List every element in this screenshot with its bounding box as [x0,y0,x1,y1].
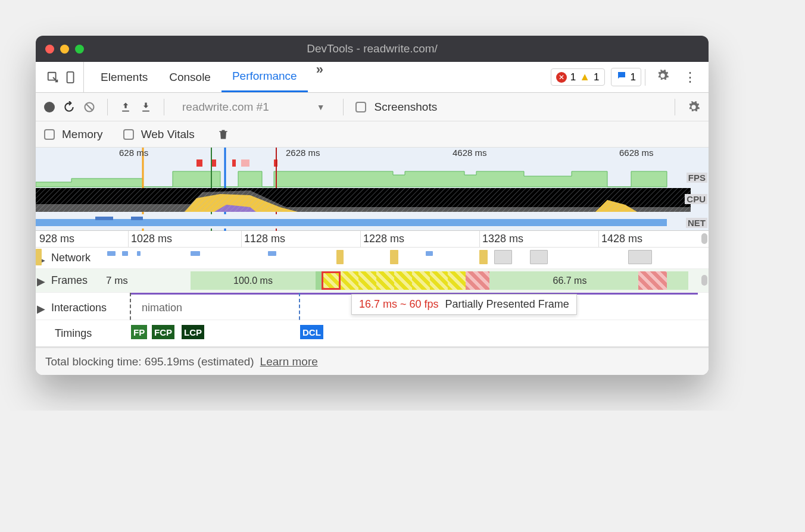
main-tabbar: Elements Console Performance » ✕ 1 ▲ 1 1 [36,62,709,93]
webvitals-label: Web Vitals [141,128,195,141]
frame-block[interactable] [466,271,489,290]
blocking-time-text: Total blocking time: 695.19ms (estimated… [45,355,254,368]
timing-fcp[interactable]: FCP [152,325,174,339]
traffic-lights [45,45,84,54]
perf-toolbar-2: Memory Web Vitals [36,121,709,148]
frame-block[interactable] [667,271,688,290]
memory-label: Memory [62,128,103,141]
frame-block[interactable]: 66.7 ms [525,271,614,290]
ruler-tick: 1028 ms [131,233,172,245]
error-count: 1 [570,71,576,83]
frame-tooltip: 16.7 ms ~ 60 fps Partially Presented Fra… [351,294,577,315]
svg-rect-17 [36,219,667,226]
chevron-down-icon: ▼ [317,102,325,112]
profile-selector-label: readwrite.com #1 [182,101,269,114]
frame-block[interactable] [614,271,638,290]
scrollbar-thumb[interactable] [701,275,707,286]
svg-rect-18 [95,217,113,220]
svg-rect-15 [36,188,691,212]
animation-label-fragment: nimation [142,302,182,314]
minimize-icon[interactable] [60,45,69,54]
svg-rect-7 [241,159,249,167]
ruler-tick: 1428 ms [601,233,642,245]
ruler-tick: 1228 ms [363,233,404,245]
overview-tick: 628 ms [119,148,148,158]
timings-track-label: Timings [55,327,92,340]
profile-selector[interactable]: readwrite.com #1 ▼ [176,101,331,114]
message-count: 1 [631,71,636,83]
ruler-tick: 1328 ms [482,233,523,245]
reload-button[interactable] [63,101,75,113]
garbage-collect-button[interactable] [217,128,229,141]
ruler-tick: 1128 ms [244,233,285,245]
tab-elements[interactable]: Elements [90,62,158,92]
frame-block[interactable] [341,271,358,290]
overview-minimap[interactable]: 628 ms 2628 ms 4628 ms 6628 ms FPS CPU N… [36,148,709,231]
frame-block[interactable] [430,271,448,290]
timings-track[interactable]: Timings FP FCP LCP DCL [36,320,709,346]
webvitals-checkbox[interactable] [123,129,134,140]
frame-block[interactable] [358,271,376,290]
ruler-tick: 928 ms [39,233,74,245]
record-button[interactable] [44,102,55,112]
fps-lane-label: FPS [687,173,707,183]
error-icon: ✕ [556,72,567,83]
message-icon [616,70,627,84]
network-track[interactable]: ▶ Network [36,248,709,269]
frame-block[interactable] [376,271,394,290]
frame-block[interactable] [316,271,322,290]
error-warning-badge[interactable]: ✕ 1 ▲ 1 [551,68,605,86]
perf-toolbar: readwrite.com #1 ▼ Screenshots [36,93,709,121]
screenshots-label: Screenshots [375,101,438,114]
kebab-menu-icon[interactable]: ⋮ [676,70,704,85]
svg-rect-5 [211,159,216,167]
screenshots-checkbox[interactable] [355,102,366,112]
devtools-window: DevTools - readwrite.com/ Elements Conso… [36,36,709,375]
overview-tick: 4628 ms [453,148,487,158]
memory-checkbox[interactable] [44,129,55,140]
frame-block[interactable] [394,271,412,290]
upload-profile-button[interactable] [120,101,132,113]
frame-block[interactable] [448,271,466,290]
timeline-panel[interactable]: 928 ms 1028 ms 1128 ms 1228 ms 1328 ms 1… [36,231,709,346]
expand-icon[interactable]: ▶ [37,302,45,315]
warning-count: 1 [594,71,599,83]
close-icon[interactable] [45,45,54,54]
tooltip-time: 16.7 ms ~ 60 fps [359,298,439,310]
capture-settings-icon[interactable] [687,101,700,114]
frame-block[interactable] [489,271,525,290]
status-footer: Total blocking time: 695.19ms (estimated… [36,346,709,375]
svg-rect-1 [67,71,74,82]
svg-rect-6 [232,159,236,167]
download-profile-button[interactable] [140,101,152,113]
interactions-track-label: Interactions [51,302,107,314]
settings-icon[interactable] [649,69,676,86]
timeline-ruler[interactable]: 928 ms 1028 ms 1128 ms 1228 ms 1328 ms 1… [36,231,709,248]
inspect-element-icon[interactable] [46,71,60,84]
tab-console[interactable]: Console [158,62,221,92]
cpu-lane-label: CPU [685,194,707,204]
warning-icon: ▲ [579,71,590,83]
device-toggle-icon[interactable] [64,71,77,84]
frame-block[interactable] [412,271,430,290]
clear-button[interactable] [83,101,95,113]
timing-lcp[interactable]: LCP [182,325,204,339]
window-title: DevTools - readwrite.com/ [307,42,438,55]
more-tabs-icon[interactable]: » [308,62,332,92]
tab-performance[interactable]: Performance [221,62,308,92]
learn-more-link[interactable]: Learn more [260,355,318,368]
tooltip-text: Partially Presented Frame [445,298,569,310]
frame-block[interactable] [638,271,667,290]
frame-block[interactable]: 100.0 ms [191,271,316,290]
scrollbar-thumb[interactable] [701,233,707,244]
overview-tick: 6628 ms [619,148,654,158]
timing-dcl[interactable]: DCL [300,325,323,339]
zoom-icon[interactable] [75,45,84,54]
titlebar: DevTools - readwrite.com/ [36,36,709,62]
frames-track[interactable]: ▶ Frames 7 ms 100.0 ms 66.7 ms [36,269,709,293]
net-lane-label: NET [686,218,707,228]
timing-fp[interactable]: FP [131,325,147,339]
overview-tick: 2628 ms [286,148,320,158]
messages-badge[interactable]: 1 [611,68,641,86]
frame-block-selected[interactable] [322,271,341,290]
